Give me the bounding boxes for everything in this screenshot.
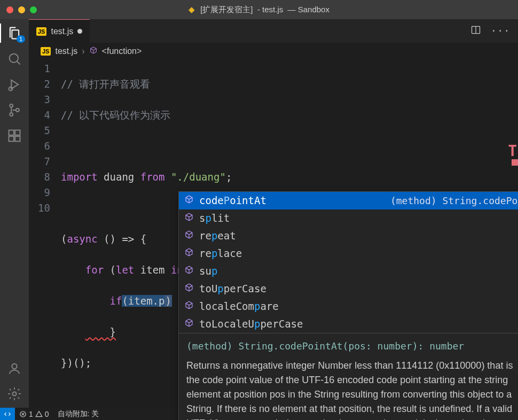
explorer-badge: 1	[17, 35, 25, 43]
js-file-icon: ◆	[189, 5, 195, 14]
suggest-item[interactable]: sup	[179, 262, 518, 280]
window-title: ◆ [扩展开发宿主] - test.js — Sandbox	[0, 5, 518, 15]
method-icon	[184, 281, 194, 297]
suggest-item[interactable]: toLocaleUpperCase	[179, 315, 518, 333]
breadcrumb[interactable]: JS test.js › <function>	[29, 43, 518, 60]
breadcrumb-file[interactable]: test.js	[55, 46, 77, 56]
svg-rect-5	[9, 130, 14, 135]
svg-rect-7	[15, 136, 20, 141]
suggest-detail: (method) String.codePoi…	[390, 193, 518, 208]
split-editor-icon[interactable]	[470, 25, 481, 37]
svg-point-9	[12, 364, 17, 369]
tab-test-js[interactable]: JS test.js	[29, 19, 90, 43]
close-window-button[interactable]	[6, 6, 13, 13]
suggest-label: split	[199, 211, 518, 226]
settings-gear-icon[interactable]	[7, 386, 22, 401]
minimize-window-button[interactable]	[18, 6, 25, 13]
unsaved-dot-icon	[77, 29, 82, 34]
svg-point-3	[10, 113, 13, 116]
suggest-label: localeCompare	[199, 299, 518, 314]
suggest-item[interactable]: split	[179, 209, 518, 227]
source-control-icon[interactable]	[7, 103, 22, 118]
title-suffix: — Sandbox	[288, 5, 329, 14]
suggest-item[interactable]: toUpperCase	[179, 280, 518, 298]
method-icon	[184, 193, 194, 208]
titlebar: ◆ [扩展开发宿主] - test.js — Sandbox	[0, 0, 518, 19]
search-icon[interactable]	[7, 51, 22, 66]
auto-attach-status[interactable]: 自动附加: 关	[53, 409, 104, 419]
extensions-icon[interactable]	[7, 128, 22, 143]
js-badge-icon: JS	[36, 27, 46, 36]
line-gutter: 1 2 3 4 5 6 7 8 9 10	[29, 61, 61, 408]
suggest-item[interactable]: localeCompare	[179, 298, 518, 315]
maximize-window-button[interactable]	[30, 6, 37, 13]
method-icon	[184, 263, 194, 279]
svg-point-2	[10, 104, 13, 107]
method-icon	[184, 299, 194, 314]
problems-status[interactable]: 1 0	[15, 410, 53, 418]
chevron-right-icon: ›	[82, 46, 84, 56]
suggest-item[interactable]: replace	[179, 245, 518, 262]
traffic-lights	[6, 6, 37, 13]
account-icon[interactable]	[7, 361, 22, 376]
symbol-method-icon	[89, 46, 98, 57]
more-actions-icon[interactable]: ···	[491, 26, 511, 36]
explorer-icon[interactable]: 1	[7, 26, 22, 41]
suggest-item[interactable]: repeat	[179, 227, 518, 245]
svg-point-0	[10, 54, 18, 63]
suggest-signature: (method) String.codePointAt(pos: number)…	[186, 339, 518, 353]
svg-rect-6	[9, 136, 14, 141]
tab-bar: JS test.js ···	[29, 19, 518, 43]
suggest-label: codePointAt	[199, 193, 385, 208]
method-icon	[184, 316, 194, 332]
title-file: test.js	[262, 5, 283, 14]
code-editor[interactable]: 1 2 3 4 5 6 7 8 9 10 // 请打开声音观看 // 以下代码仅…	[29, 60, 518, 408]
suggest-item[interactable]: codePointAt(method) String.codePoi…	[179, 192, 518, 209]
method-icon	[184, 246, 194, 261]
suggest-doc-pane: ✕ (method) String.codePointAt(pos: numbe…	[179, 333, 518, 420]
activity-bar: 1	[0, 19, 29, 408]
run-debug-icon[interactable]	[7, 77, 22, 92]
method-icon	[184, 228, 194, 244]
suggest-widget[interactable]: codePointAt(method) String.codePoi…split…	[178, 191, 518, 420]
tab-filename: test.js	[51, 27, 73, 36]
suggest-label: repeat	[199, 228, 518, 244]
suggest-label: sup	[199, 263, 518, 279]
js-badge-icon: JS	[41, 47, 51, 56]
svg-point-10	[13, 392, 17, 396]
title-prefix: [扩展开发宿主]	[200, 5, 253, 14]
method-icon	[184, 211, 194, 226]
suggest-label: toUpperCase	[199, 281, 518, 297]
minimap-indicator: T	[504, 145, 518, 169]
suggest-label: replace	[199, 246, 518, 261]
svg-point-4	[16, 108, 19, 112]
suggest-doc-body: Returns a nonnegative integer Number les…	[186, 359, 518, 420]
svg-rect-8	[15, 130, 20, 135]
suggest-label: toLocaleUpperCase	[199, 316, 518, 332]
editor-area: JS test.js ··· JS test.js › <function> 1	[29, 19, 518, 408]
breadcrumb-symbol[interactable]: <function>	[102, 46, 142, 56]
remote-indicator[interactable]	[0, 408, 15, 420]
